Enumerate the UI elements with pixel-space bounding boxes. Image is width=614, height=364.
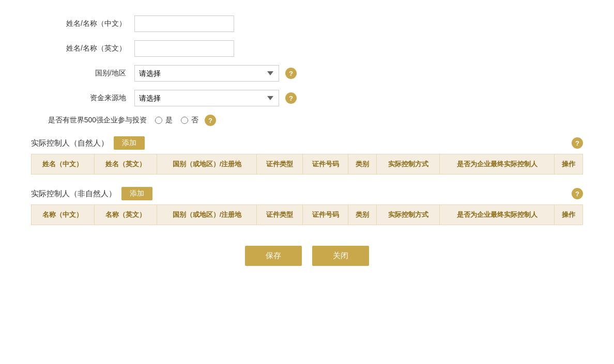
close-button[interactable]: 关闭	[312, 246, 369, 266]
non-natural-person-table: 名称（中文） 名称（英文） 国别（或地区）/注册地 证件类型 证件号码 类别 实…	[31, 204, 583, 225]
world500-yes-radio[interactable]	[155, 117, 162, 124]
world500-help-icon[interactable]: ?	[205, 115, 216, 126]
world500-no-radio[interactable]	[181, 117, 188, 124]
natural-person-table: 姓名（中文） 姓名（英文） 国别（或地区）/注册地 证件类型 证件号码 类别 实…	[31, 154, 583, 175]
fund-source-label: 资金来源地	[31, 93, 134, 103]
world500-label: 是否有世界500强企业参与投资	[31, 116, 155, 125]
country-help-icon[interactable]: ?	[285, 68, 297, 79]
np-col-cert-no: 证件号码	[302, 154, 348, 175]
natural-person-add-button[interactable]: 添加	[114, 136, 145, 150]
nnp-col-category: 类别	[348, 205, 377, 225]
world500-no-option[interactable]: 否	[181, 116, 198, 125]
world500-no-label: 否	[191, 116, 198, 125]
np-col-name-cn: 姓名（中文）	[32, 154, 95, 175]
world500-yes-option[interactable]: 是	[155, 116, 173, 125]
natural-person-title: 实际控制人（自然人）	[31, 138, 109, 148]
nnp-col-name-cn: 名称（中文）	[32, 205, 95, 225]
country-select[interactable]: 请选择	[134, 65, 279, 82]
name-en-input[interactable]	[134, 40, 234, 57]
nnp-col-cert-no: 证件号码	[302, 205, 348, 225]
name-cn-input[interactable]	[134, 15, 234, 32]
nnp-col-country: 国别（或地区）/注册地	[157, 205, 257, 225]
np-col-name-en: 姓名（英文）	[94, 154, 157, 175]
non-natural-person-help-icon[interactable]: ?	[572, 188, 583, 199]
non-natural-person-title: 实际控制人（非自然人）	[31, 189, 116, 199]
np-col-action: 操作	[554, 154, 582, 175]
fund-source-select[interactable]: 请选择	[134, 90, 279, 106]
natural-person-help-icon[interactable]: ?	[572, 137, 583, 149]
nnp-col-control-method: 实际控制方式	[377, 205, 440, 225]
non-natural-person-add-button[interactable]: 添加	[121, 187, 152, 200]
name-en-label: 姓名/名称（英文）	[31, 44, 134, 53]
save-button[interactable]: 保存	[245, 246, 302, 266]
world500-yes-label: 是	[165, 116, 173, 125]
np-col-country: 国别（或地区）/注册地	[157, 154, 257, 175]
np-col-control-method: 实际控制方式	[377, 154, 440, 175]
name-cn-label: 姓名/名称（中文）	[31, 19, 134, 28]
nnp-col-cert-type: 证件类型	[257, 205, 302, 225]
fund-source-help-icon[interactable]: ?	[285, 92, 297, 104]
nnp-col-final-controller: 是否为企业最终实际控制人	[440, 205, 555, 225]
np-col-final-controller: 是否为企业最终实际控制人	[440, 154, 555, 175]
nnp-col-name-en: 名称（英文）	[94, 205, 157, 225]
np-col-cert-type: 证件类型	[257, 154, 302, 175]
country-label: 国别/地区	[31, 69, 134, 78]
nnp-col-action: 操作	[554, 205, 582, 225]
np-col-category: 类别	[348, 154, 377, 175]
